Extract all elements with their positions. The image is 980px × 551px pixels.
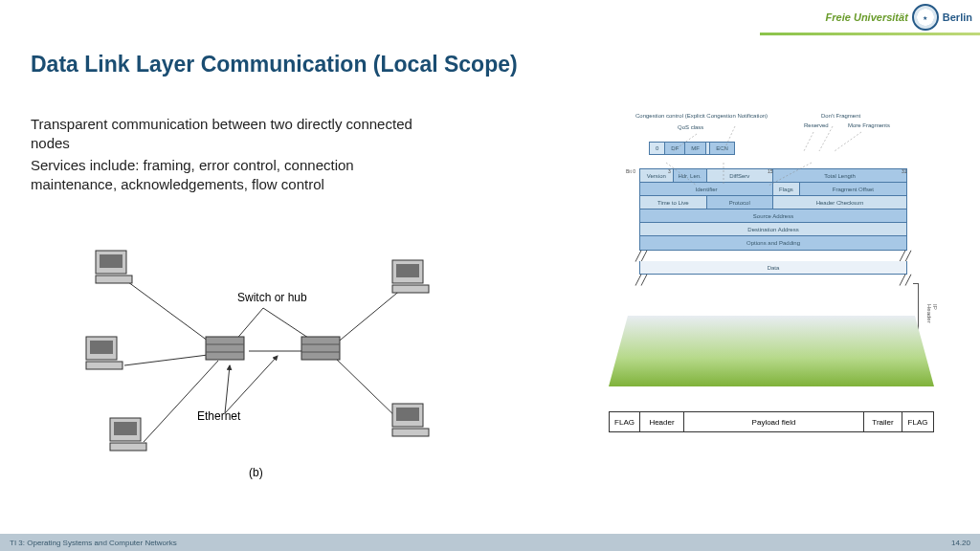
network-diagram: Switch or hub Ethernet (b) bbox=[57, 222, 459, 490]
svg-line-2 bbox=[144, 361, 218, 442]
frame-payload: Payload field bbox=[684, 412, 864, 431]
svg-line-30 bbox=[819, 126, 833, 151]
svg-rect-7 bbox=[100, 254, 122, 268]
footer-right: 14.20 bbox=[951, 539, 970, 547]
frame-flag: FLAG bbox=[610, 412, 640, 431]
ip-header-table: VersionHdr. Len.DiffServTotal Length Ide… bbox=[639, 168, 907, 251]
paragraph-2: Services include: framing, error control… bbox=[31, 156, 442, 195]
pill-flags: 0 DF MF bbox=[649, 142, 706, 155]
frame-trailer: Trailer bbox=[864, 412, 902, 431]
svg-line-4 bbox=[335, 289, 402, 344]
callout-congestion: Congestion control (Explicit Congestion … bbox=[635, 113, 768, 119]
footer-left: TI 3: Operating Systems and Computer Net… bbox=[10, 539, 177, 547]
callout-df: Don't Fragment bbox=[821, 113, 860, 119]
seal-icon: ★ bbox=[912, 4, 939, 31]
diagram-caption: (b) bbox=[249, 466, 263, 479]
svg-rect-16 bbox=[396, 264, 419, 277]
callout-qos: QoS class bbox=[678, 124, 703, 130]
header-bar: Freie Universität ★ Berlin bbox=[0, 0, 980, 34]
svg-line-0 bbox=[124, 279, 215, 346]
svg-line-31 bbox=[835, 132, 861, 151]
svg-rect-19 bbox=[396, 408, 419, 421]
svg-rect-14 bbox=[110, 443, 146, 451]
svg-rect-17 bbox=[392, 285, 429, 293]
svg-rect-13 bbox=[114, 422, 137, 435]
svg-rect-24 bbox=[301, 337, 340, 360]
data-row: Data bbox=[639, 261, 907, 275]
logo-underline bbox=[760, 33, 980, 35]
svg-marker-35 bbox=[609, 316, 934, 386]
gradient-trapezoid bbox=[609, 316, 934, 386]
break-marks: ╱╱╱╱ bbox=[635, 251, 911, 261]
svg-line-1 bbox=[124, 354, 215, 365]
svg-line-29 bbox=[804, 132, 813, 151]
body-text: Transparent communication between two di… bbox=[31, 115, 442, 196]
frame-flag: FLAG bbox=[902, 412, 933, 431]
svg-rect-20 bbox=[392, 429, 429, 436]
logo-text-left: Freie Universität bbox=[826, 11, 908, 23]
break-marks: ╱╱╱╱ bbox=[635, 275, 911, 285]
paragraph-1: Transparent communication between two di… bbox=[31, 115, 442, 154]
ip-header-diagram: Congestion control (Explicit Congestion … bbox=[601, 113, 946, 285]
ethernet-label: Ethernet bbox=[197, 409, 240, 423]
svg-rect-8 bbox=[96, 276, 132, 283]
bit-label-15: 15 bbox=[768, 168, 773, 174]
svg-rect-10 bbox=[90, 341, 113, 354]
callout-mf: More Fragments bbox=[848, 122, 890, 128]
svg-rect-11 bbox=[86, 362, 122, 369]
callout-reserved: Reserved bbox=[804, 122, 829, 128]
switch-icon bbox=[206, 337, 340, 360]
page-title: Data Link Layer Communication (Local Sco… bbox=[31, 52, 518, 77]
bit-label-3: 3 bbox=[668, 168, 671, 174]
logo-text-right: Berlin bbox=[943, 11, 972, 23]
frame-structure: FLAG Header Payload field Trailer FLAG bbox=[609, 411, 934, 432]
frame-header: Header bbox=[640, 412, 684, 431]
switch-label: Switch or hub bbox=[237, 291, 307, 304]
bit-label-31: 31 bbox=[902, 168, 907, 174]
svg-rect-21 bbox=[206, 337, 244, 360]
university-logo: Freie Universität ★ Berlin bbox=[826, 4, 972, 31]
footer-bar: TI 3: Operating Systems and Computer Net… bbox=[0, 534, 980, 551]
bit-label-0: Bit 0 bbox=[626, 168, 635, 174]
